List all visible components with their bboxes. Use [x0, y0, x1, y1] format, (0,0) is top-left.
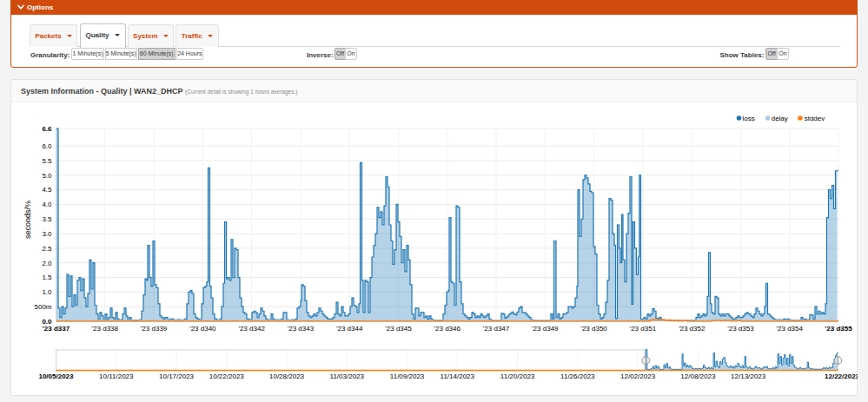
svg-text:6.6: 6.6 — [42, 125, 52, 133]
svg-text:'23 d345: '23 d345 — [385, 325, 412, 333]
svg-text:2.5: 2.5 — [42, 245, 52, 253]
svg-text:12/13/2023: 12/13/2023 — [731, 372, 766, 380]
svg-text:500m: 500m — [34, 303, 51, 311]
svg-text:10/28/2023: 10/28/2023 — [269, 372, 305, 380]
svg-text:10/22/2023: 10/22/2023 — [209, 372, 245, 380]
svg-text:stddev: stddev — [805, 115, 825, 122]
svg-text:'23 d352: '23 d352 — [679, 325, 706, 333]
svg-text:'23 d343: '23 d343 — [288, 325, 315, 333]
svg-text:12/02/2023: 12/02/2023 — [620, 372, 656, 380]
svg-text:'23 d355: '23 d355 — [825, 325, 852, 333]
svg-text:10/05/2023: 10/05/2023 — [38, 372, 74, 380]
svg-text:4.0: 4.0 — [42, 201, 52, 208]
svg-text:10/17/2023: 10/17/2023 — [159, 372, 195, 380]
svg-text:1.5: 1.5 — [42, 273, 52, 281]
svg-text:2.0: 2.0 — [42, 260, 52, 267]
svg-text:'23 d349: '23 d349 — [532, 325, 559, 333]
svg-text:'23 d350: '23 d350 — [580, 325, 607, 333]
svg-text:'23 d353: '23 d353 — [727, 325, 754, 333]
svg-text:3.0: 3.0 — [42, 230, 52, 238]
svg-text:'23 d340: '23 d340 — [189, 325, 216, 333]
svg-text:1.0: 1.0 — [42, 288, 52, 296]
svg-text:'23 d346: '23 d346 — [434, 325, 461, 333]
svg-text:11/14/2023: 11/14/2023 — [441, 372, 475, 380]
svg-text:'23 d347: '23 d347 — [483, 325, 510, 333]
svg-text:5.0: 5.0 — [42, 172, 52, 180]
svg-text:loss: loss — [743, 115, 755, 122]
svg-text:11/03/2023: 11/03/2023 — [330, 372, 365, 380]
svg-text:'23 d339: '23 d339 — [141, 325, 168, 333]
svg-text:'23 d337: '23 d337 — [43, 325, 70, 333]
svg-text:delay: delay — [772, 115, 788, 122]
svg-text:12/08/2023: 12/08/2023 — [680, 372, 716, 380]
svg-text:3.5: 3.5 — [42, 215, 52, 223]
svg-text:5.5: 5.5 — [42, 157, 52, 165]
svg-text:10/11/2023: 10/11/2023 — [99, 372, 134, 380]
svg-text:11/20/2023: 11/20/2023 — [500, 372, 535, 380]
svg-text:seconds/%: seconds/% — [23, 201, 32, 239]
svg-text:11/26/2023: 11/26/2023 — [560, 372, 595, 380]
svg-text:'23 d338: '23 d338 — [92, 325, 119, 333]
svg-text:'23 d344: '23 d344 — [336, 325, 363, 333]
svg-text:'23 d342: '23 d342 — [238, 325, 265, 333]
svg-text:12/22/2023: 12/22/2023 — [825, 372, 858, 380]
svg-text:6.0: 6.0 — [42, 142, 52, 150]
svg-text:11/09/2023: 11/09/2023 — [390, 372, 425, 380]
svg-text:'23 d354: '23 d354 — [776, 325, 803, 333]
svg-text:'23 d351: '23 d351 — [630, 325, 657, 333]
svg-text:4.5: 4.5 — [42, 186, 52, 194]
